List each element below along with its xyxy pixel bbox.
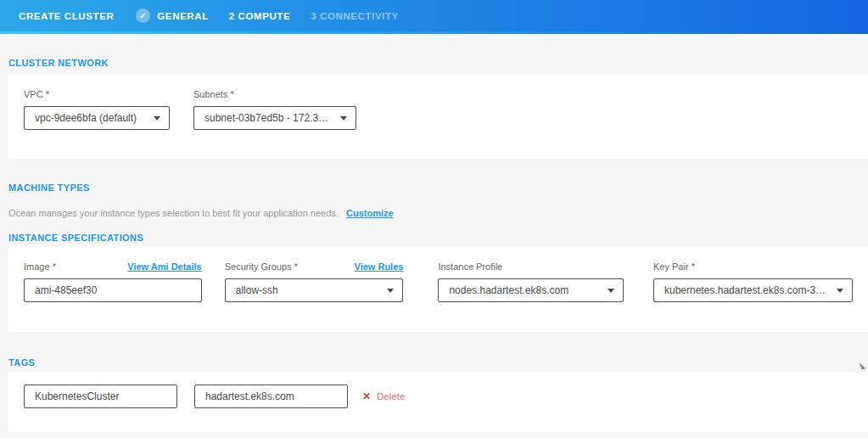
subnets-selected-value: subnet-03b7ed5b - 172.31.0.0/20 ...: [204, 112, 333, 124]
subnets-field: Subnets * subnet-03b7ed5b - 172.31.0.0/2…: [193, 89, 356, 130]
create-cluster-form: CLUSTER NETWORK VPC * vpc-9dee6bfa (defa…: [0, 58, 868, 432]
tab-general[interactable]: ✓ GENERAL: [136, 8, 208, 23]
image-label: Image *: [24, 261, 56, 272]
delete-tag-label: Delete: [377, 391, 405, 402]
key-pair-select[interactable]: kubernetes.hadartest.ek8s.com-39:84:a5:9…: [653, 278, 853, 302]
tab-general-label: GENERAL: [157, 11, 208, 21]
instance-profile-selected-value: nodes.hadartest.ek8s.com: [449, 284, 568, 296]
chevron-down-icon: [154, 116, 160, 121]
instance-profile-field: Instance Profile nodes.hadartest.ek8s.co…: [438, 261, 624, 302]
tab-connectivity[interactable]: 3 CONNECTIVITY: [311, 11, 399, 21]
section-title-machine-types: MACHINE TYPES: [8, 182, 868, 193]
vpc-select[interactable]: vpc-9dee6bfa (default): [24, 106, 170, 130]
key-pair-label: Key Pair *: [653, 261, 853, 272]
subnets-select[interactable]: subnet-03b7ed5b - 172.31.0.0/20 ...: [193, 106, 356, 130]
section-title-tags: TAGS: [8, 357, 868, 368]
vpc-label: VPC *: [24, 89, 170, 99]
subnets-label: Subnets *: [193, 89, 356, 99]
tag-key-input[interactable]: [24, 385, 177, 408]
wizard-title: CREATE CLUSTER: [19, 11, 114, 21]
delete-tag-button[interactable]: ✕ Delete: [362, 390, 405, 402]
customize-link[interactable]: Customize: [346, 208, 394, 218]
key-pair-field: Key Pair * kubernetes.hadartest.ek8s.com…: [653, 261, 853, 302]
view-rules-link[interactable]: View Rules: [355, 261, 404, 272]
machine-types-description-text: Ocean manages your instance types select…: [8, 208, 339, 218]
security-groups-field: Security Groups * View Rules allow-ssh: [225, 261, 404, 302]
machine-types-description: Ocean manages your instance types select…: [8, 208, 868, 218]
tab-connectivity-label: 3 CONNECTIVITY: [311, 11, 399, 21]
vpc-selected-value: vpc-9dee6bfa (default): [35, 112, 137, 124]
instance-profile-label: Instance Profile: [438, 261, 624, 272]
security-groups-select[interactable]: allow-ssh: [225, 278, 404, 302]
tag-row: ✕ Delete: [24, 385, 405, 408]
chevron-down-icon: [340, 116, 347, 121]
cluster-network-card: VPC * vpc-9dee6bfa (default) Subnets * s…: [8, 75, 868, 159]
tab-compute-label: 2 COMPUTE: [229, 11, 291, 21]
chevron-down-icon: [387, 289, 394, 293]
security-groups-selected-value: allow-ssh: [236, 284, 278, 296]
image-field: Image * View Ami Details: [24, 261, 202, 302]
view-ami-details-link[interactable]: View Ami Details: [127, 261, 201, 272]
security-groups-label: Security Groups *: [225, 261, 298, 272]
section-title-cluster-network: CLUSTER NETWORK: [8, 58, 868, 68]
tab-compute[interactable]: 2 COMPUTE: [229, 11, 291, 21]
chevron-down-icon: [837, 289, 843, 293]
vpc-field: VPC * vpc-9dee6bfa (default): [24, 89, 170, 130]
section-title-instance-specifications: INSTANCE SPECIFICATIONS: [8, 233, 868, 243]
key-pair-selected-value: kubernetes.hadartest.ek8s.com-39:84:a5:9…: [664, 284, 830, 296]
check-icon: ✓: [136, 8, 150, 23]
instance-profile-select[interactable]: nodes.hadartest.ek8s.com: [438, 278, 624, 302]
instance-specifications-card: Image * View Ami Details Security Groups…: [8, 247, 868, 332]
delete-x-icon: ✕: [362, 390, 371, 402]
chevron-down-icon: [608, 289, 614, 293]
tag-value-input[interactable]: [194, 385, 348, 408]
header-accent-strip: [0, 31, 868, 34]
image-input[interactable]: [24, 278, 202, 302]
wizard-header: CREATE CLUSTER ✓ GENERAL 2 COMPUTE 3 CON…: [0, 0, 868, 31]
tags-card: ✕ Delete: [8, 372, 868, 432]
